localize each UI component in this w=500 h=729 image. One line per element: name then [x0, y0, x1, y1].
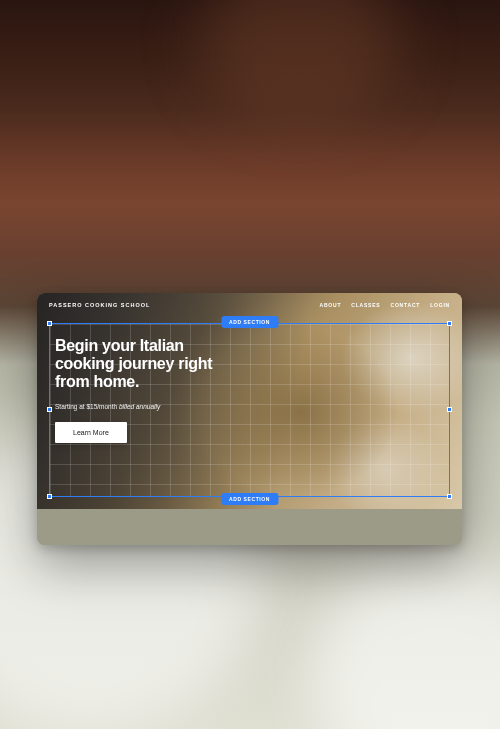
hero-sub-italic: billed annually	[119, 403, 160, 410]
hero-copy: Begin your Italian cooking journey right…	[55, 337, 260, 443]
next-section-placeholder[interactable]	[37, 509, 462, 545]
nav-item-classes[interactable]: CLASSES	[351, 302, 380, 308]
add-section-top-button[interactable]: ADD SECTION	[221, 316, 278, 328]
hero-subheading[interactable]: Starting at $15/month billed annually	[55, 403, 260, 410]
primary-nav: ABOUT CLASSES CONTACT LOGIN	[319, 302, 450, 308]
hero-heading-line: Begin your Italian	[55, 337, 184, 354]
nav-item-about[interactable]: ABOUT	[319, 302, 341, 308]
website-editor-preview: PASSERO COOKING SCHOOL ABOUT CLASSES CON…	[37, 293, 462, 545]
hero-heading[interactable]: Begin your Italian cooking journey right…	[55, 337, 260, 391]
background-blur	[310, 560, 500, 729]
hero-heading-line: from home.	[55, 373, 139, 390]
nav-item-contact[interactable]: CONTACT	[390, 302, 420, 308]
add-section-bottom-button[interactable]: ADD SECTION	[221, 493, 278, 505]
learn-more-button[interactable]: Learn More	[55, 422, 127, 443]
site-header: PASSERO COOKING SCHOOL ABOUT CLASSES CON…	[37, 293, 462, 317]
hero-section[interactable]: PASSERO COOKING SCHOOL ABOUT CLASSES CON…	[37, 293, 462, 509]
hero-sub-prefix: Starting at $15/month	[55, 403, 119, 410]
nav-item-login[interactable]: LOGIN	[430, 302, 450, 308]
hero-heading-line: cooking journey right	[55, 355, 212, 372]
site-brand[interactable]: PASSERO COOKING SCHOOL	[49, 302, 150, 308]
background-blur	[200, 0, 400, 120]
